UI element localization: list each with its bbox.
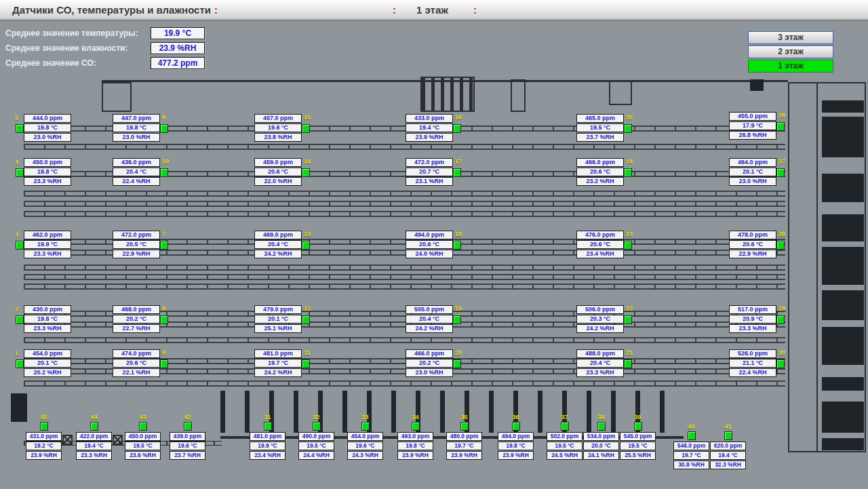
humidity-value: 24.2 %RH	[406, 324, 453, 333]
humidity-value: 23.9 %RH	[498, 451, 534, 460]
humidity-value: 23.1 %RH	[406, 177, 453, 186]
humidity-value: 22.1 %RH	[113, 368, 160, 377]
sensor-values: 481.0 ppm19.7 °C24.2 %RH	[254, 349, 302, 377]
sensor-number: 21	[626, 349, 642, 356]
sensor-values: 517.0 ppm20.9 °C23.3 %RH	[729, 305, 776, 333]
floor-button-3-etazh[interactable]: 3 этаж	[748, 31, 833, 44]
sensor-values: 447.0 ppm19.8 °C23.0 %RH	[113, 114, 160, 142]
sensor-values: 481.0 ppm19.9 °C23.4 %RH	[250, 432, 285, 460]
sensor-number: 15	[304, 114, 320, 121]
sensor-status-led-icon	[453, 315, 461, 324]
sensor-values: 480.0 ppm19.7 °C23.9 %RH	[446, 432, 482, 460]
sensor-values: 526.0 ppm21.1 °C22.4 %RH	[729, 349, 776, 377]
sensor-values: 459.0 ppm20.6 °C22.0 %RH	[254, 158, 302, 186]
sensor-number: 35	[460, 414, 467, 420]
sensor-group: 22506.0 ppm20.3 °C24.2 %RH	[576, 305, 624, 333]
co-value: 431.0 ppm	[26, 432, 62, 441]
sensor-values: 545.0 ppm19.5 °C25.5 %RH	[620, 432, 656, 460]
sensor-status-led-icon	[302, 315, 310, 324]
humidity-value: 25.5 %RH	[620, 451, 656, 460]
sensor-number: 11	[304, 349, 320, 356]
sensor-values: 422.0 ppm19.4 °C23.3 %RH	[76, 432, 112, 460]
humidity-value: 23.7 %RH	[576, 133, 624, 142]
sensor-group: 30526.0 ppm21.1 °C22.4 %RH	[729, 349, 776, 377]
sensor-group: 2430.0 ppm19.8 °C23.3 %RH	[24, 305, 71, 333]
dock-bars	[220, 391, 684, 433]
temp-value: 17.9 °C	[729, 121, 776, 130]
humidity-value: 30.8 %RH	[673, 461, 709, 469]
sensor-values: 466.0 ppm20.6 °C23.2 %RH	[576, 158, 624, 186]
sensor-status-led-icon	[160, 124, 168, 133]
co-value: 546.0 ppm	[673, 442, 709, 450]
sensor-group: 43450.0 ppm19.5 °C23.6 %RH	[125, 432, 161, 460]
co-value: 439.0 ppm	[170, 432, 205, 441]
co-value: 422.0 ppm	[76, 432, 112, 441]
co-value: 472.0 ppm	[113, 231, 160, 239]
temp-value: 19.9 °C	[250, 442, 285, 450]
temp-value: 20.1 °C	[24, 359, 71, 368]
right-wing-room-block	[822, 327, 864, 365]
temp-value: 20.5 °C	[113, 240, 160, 249]
sensor-group: 4450.0 ppm19.8 °C23.3 %RH	[24, 158, 71, 186]
sensor-number: 9	[162, 349, 178, 356]
sensor-group: 5444.0 ppm19.8 °C23.0 %RH	[24, 114, 71, 142]
temp-value: 20.9 °C	[729, 315, 776, 324]
sensor-status-led-icon	[313, 422, 321, 431]
floor-button-2-etazh[interactable]: 2 этаж	[748, 45, 833, 58]
sensor-values: 454.0 ppm20.1 °C20.2 %RH	[24, 349, 71, 377]
co-value: 502.0 ppm	[547, 432, 583, 441]
humidity-value: 23.7 %RH	[170, 451, 205, 460]
sensor-values: 546.0 ppm19.7 °C30.8 %RH	[673, 442, 709, 469]
sensor-number: 33	[361, 414, 368, 420]
temp-value: 20.6 °C	[113, 359, 160, 368]
sensor-number: 10	[162, 158, 178, 165]
sensor-number: 8	[162, 305, 178, 312]
humidity-value: 23.9 %RH	[446, 451, 482, 460]
sensor-number: 37	[561, 414, 568, 420]
sensor-number: 5	[15, 115, 18, 121]
sensor-status-led-icon	[302, 359, 310, 368]
co-value: 455.0 ppm	[729, 112, 776, 121]
average-label: Среднее значение влажности:	[5, 43, 127, 53]
sensor-group: 14459.0 ppm20.6 °C22.0 %RH	[254, 158, 302, 186]
sensor-status-led-icon	[16, 359, 24, 368]
temp-value: 19.2 °C	[26, 442, 62, 450]
sensor-status-led-icon	[597, 422, 606, 431]
sensor-number: 34	[412, 414, 418, 420]
sensor-group: 8468.0 ppm20.2 °C22.7 %RH	[113, 305, 160, 333]
current-floor-label: 1 этаж	[416, 0, 448, 20]
temp-value: 21.1 °C	[729, 359, 776, 368]
humidity-value: 22.4 %RH	[113, 177, 160, 186]
sensor-values: 494.0 ppm19.8 °C23.9 %RH	[498, 432, 534, 460]
sensor-values: 493.0 ppm19.8 °C23.9 %RH	[397, 432, 433, 460]
sensor-group: 36494.0 ppm19.8 °C23.9 %RH	[498, 432, 534, 460]
co-value: 444.0 ppm	[24, 114, 71, 123]
temp-value: 19.5 °C	[620, 442, 656, 450]
humidity-value: 22.9 %RH	[113, 250, 160, 258]
sensor-number: 1	[15, 350, 18, 357]
co-value: 450.0 ppm	[125, 432, 161, 441]
sensor-number: 24	[626, 158, 642, 165]
rack-row	[24, 265, 785, 271]
temp-value: 19.6 °C	[254, 123, 302, 132]
floor-button-1-etazh[interactable]: 1 этаж	[748, 60, 833, 73]
sensor-status-led-icon	[16, 241, 24, 250]
sensor-values: 439.0 ppm19.6 °C23.7 %RH	[170, 432, 205, 460]
machine-block	[11, 393, 27, 422]
temp-value: 20.2 °C	[113, 315, 160, 324]
co-value: 494.0 ppm	[406, 231, 453, 239]
sensor-group: 39545.0 ppm19.5 °C25.5 %RH	[620, 432, 656, 460]
sensor-number: 40	[688, 423, 694, 430]
sensor-status-led-icon	[16, 168, 24, 177]
right-wing-room-block	[822, 247, 864, 285]
sensor-number: 4	[15, 159, 18, 165]
sensor-status-led-icon	[460, 422, 469, 431]
sensor-status-led-icon	[264, 422, 272, 431]
sensor-status-led-icon	[624, 241, 632, 250]
co-value: 505.0 ppm	[406, 305, 453, 314]
co-value: 494.0 ppm	[498, 432, 534, 441]
right-wing-room-block	[822, 174, 864, 202]
humidity-value: 23.0 %RH	[406, 368, 453, 377]
sensor-status-led-icon	[724, 431, 732, 440]
separator-colon: :	[393, 0, 396, 20]
